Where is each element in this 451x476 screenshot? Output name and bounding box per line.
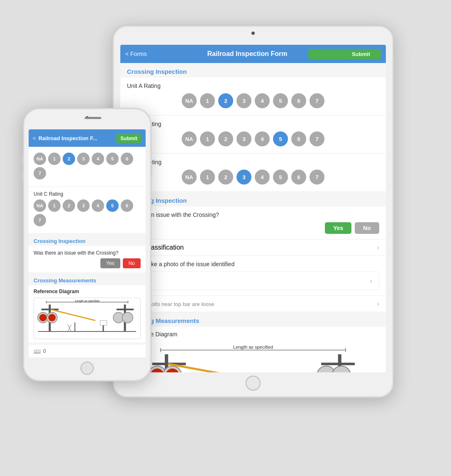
tablet-navbar: < Forms Railroad Inspection Form Submit bbox=[120, 45, 386, 63]
phone-rating-4[interactable]: 4 bbox=[92, 153, 104, 165]
phone-c-rating-na[interactable]: NA bbox=[34, 199, 46, 212]
tablet-rating-3[interactable]: 3 bbox=[236, 93, 251, 108]
tablet-rating-5[interactable]: 5 bbox=[273, 93, 288, 108]
tablet-c-rating-6[interactable]: 6 bbox=[291, 170, 306, 185]
phone-c-rating-5-selected[interactable]: 5 bbox=[106, 199, 119, 212]
phone-rating-na[interactable]: NA bbox=[34, 153, 46, 165]
tablet-unit-c-rating-row: NA 1 2 3 4 5 6 7 bbox=[127, 170, 379, 185]
phone-navbar: < Railroad Inspection F... Submit bbox=[29, 129, 146, 147]
phone-crossing-inspection-header: Crossing Inspection bbox=[29, 234, 146, 246]
tablet-yesno-row: Yes No bbox=[127, 222, 379, 234]
phone-screen: < Railroad Inspection F... Submit NA 1 2… bbox=[29, 129, 146, 357]
tablet-diagram-container: Reference Diagram Length as specified bbox=[120, 327, 386, 372]
phone-c-rating-4[interactable]: 4 bbox=[92, 199, 104, 212]
tablet-rating-1[interactable]: 1 bbox=[200, 93, 215, 108]
phone-diagram-container: Reference Diagram Length as specified bbox=[29, 285, 146, 342]
tablet-b-rating-na[interactable]: NA bbox=[182, 131, 197, 146]
tablet-rating-7[interactable]: 7 bbox=[310, 93, 324, 108]
tablet-diagram-svg: Length as specified bbox=[127, 342, 379, 372]
chevron-icon: › bbox=[377, 244, 379, 251]
tablet-photo-row[interactable]: 🖼 › bbox=[127, 272, 379, 290]
tablet-rating-2-selected[interactable]: 2 bbox=[218, 93, 233, 108]
tablet-b-rating-1[interactable]: 1 bbox=[200, 131, 215, 146]
photo-chevron-icon: › bbox=[370, 277, 372, 285]
tablet-section-crossing-issue: Crossing Inspection bbox=[120, 192, 386, 206]
phone-measurements-header: Crossing Measurements bbox=[29, 273, 146, 285]
phone-no-button[interactable]: No bbox=[123, 258, 141, 268]
phone-issue-card: Was there an issue with the Crossing? Ye… bbox=[29, 246, 146, 272]
tablet-c-rating-3-selected[interactable]: 3 bbox=[236, 170, 251, 185]
phone-rating-5[interactable]: 5 bbox=[106, 153, 119, 165]
tablet-b-rating-2[interactable]: 2 bbox=[218, 131, 233, 146]
phone-yesno-row: Yes No bbox=[34, 258, 141, 268]
tablet-b-rating-7[interactable]: 7 bbox=[310, 131, 324, 146]
tablet-classification-row[interactable]: Issue Classification › bbox=[120, 240, 386, 256]
svg-point-26 bbox=[39, 314, 47, 321]
tablet-unit-b-rating-row: NA 1 2 3 4 5 6 7 bbox=[127, 131, 379, 146]
phone-c-rating-2[interactable]: 2 bbox=[63, 199, 75, 212]
tablet-issue-question: Is there an issue with the Crossing? bbox=[127, 211, 379, 218]
phone-unit-c-label: Unit C Rating bbox=[34, 191, 141, 197]
tablet-screen: < Forms Railroad Inspection Form Submit … bbox=[120, 45, 386, 372]
phone-c-rating-1[interactable]: 1 bbox=[48, 199, 61, 212]
tablet-back-button[interactable]: < Forms bbox=[125, 51, 186, 57]
tablet-c-rating-2[interactable]: 2 bbox=[218, 170, 233, 185]
phone-rating-1[interactable]: 1 bbox=[48, 153, 61, 165]
tablet-rating-na[interactable]: NA bbox=[182, 93, 197, 108]
tablet-b-rating-3[interactable]: 3 bbox=[236, 131, 251, 146]
svg-rect-38 bbox=[100, 321, 107, 325]
phone-volume-down-button[interactable] bbox=[22, 170, 24, 181]
tablet-rating-6[interactable]: 6 bbox=[291, 93, 306, 108]
book-icon: 📖 bbox=[34, 348, 41, 355]
tablet-b-rating-6[interactable]: 6 bbox=[291, 131, 306, 146]
tablet-no-button[interactable]: No bbox=[355, 222, 379, 234]
tablet-c-rating-1[interactable]: 1 bbox=[200, 170, 215, 185]
tablet-c-rating-na[interactable]: NA bbox=[182, 170, 197, 185]
phone-c-rating-7[interactable]: 7 bbox=[34, 214, 46, 226]
tablet-unit-a-card: Unit A Rating NA 1 2 3 4 5 6 7 bbox=[120, 78, 386, 115]
tablet-c-rating-7[interactable]: 7 bbox=[310, 170, 324, 185]
phone-unit-c-card: Unit C Rating NA 1 2 3 4 5 6 7 bbox=[29, 187, 146, 233]
tablet-photo-card: Please take a photo of the issue identif… bbox=[120, 256, 386, 295]
svg-rect-30 bbox=[117, 308, 134, 310]
phone-rating-7[interactable]: 7 bbox=[34, 167, 46, 180]
tablet-camera bbox=[251, 32, 255, 35]
phone-rating-3[interactable]: 3 bbox=[77, 153, 90, 165]
tablet-submit-button[interactable]: Submit bbox=[308, 49, 381, 59]
tablet-yes-button[interactable]: Yes bbox=[325, 222, 351, 234]
tablet-unit-a-rating-row: NA 1 2 3 4 5 6 7 bbox=[127, 93, 379, 108]
phone-c-rating-3[interactable]: 3 bbox=[77, 199, 90, 212]
tablet-unit-c-label: Unit C Rating bbox=[127, 159, 379, 165]
tablet-c-rating-5[interactable]: 5 bbox=[273, 170, 288, 185]
phone-home-button[interactable] bbox=[80, 362, 94, 375]
svg-rect-24 bbox=[41, 308, 59, 310]
phone-submit-button[interactable]: Submit bbox=[116, 134, 141, 142]
tablet-issue-card: Is there an issue with the Crossing? Yes… bbox=[120, 206, 386, 239]
phone-diagram-svg: Length as specified bbox=[34, 298, 140, 339]
tablet-diagram-label: Reference Diagram bbox=[127, 331, 379, 338]
phone-yes-button[interactable]: Yes bbox=[100, 258, 120, 268]
tablet-comments-row[interactable]: crossing bolts near top bar are loose › bbox=[120, 296, 386, 312]
phone-power-button[interactable] bbox=[151, 163, 152, 177]
svg-text:Length as specified: Length as specified bbox=[233, 345, 273, 350]
svg-point-28 bbox=[48, 314, 56, 321]
tablet-rating-4[interactable]: 4 bbox=[255, 93, 270, 108]
tablet-photo-label: Please take a photo of the issue identif… bbox=[127, 261, 379, 267]
phone-volume-up-button[interactable] bbox=[22, 154, 24, 165]
bottom-bar-count: 0 bbox=[43, 348, 46, 354]
tablet-unit-b-label: Unit B Rating bbox=[127, 121, 379, 127]
tablet-b-rating-4[interactable]: 4 bbox=[255, 131, 270, 146]
phone-content: NA 1 2 3 4 5 6 7 Unit C Rating NA bbox=[29, 147, 146, 344]
tablet-b-rating-5-selected[interactable]: 5 bbox=[273, 131, 288, 146]
svg-text:╳: ╳ bbox=[67, 325, 72, 332]
phone-rating-2-selected[interactable]: 2 bbox=[63, 153, 75, 165]
phone-c-rating-6[interactable]: 6 bbox=[121, 199, 133, 212]
phone-bottom-bar: 📖 0 bbox=[29, 344, 146, 357]
tablet-c-rating-4[interactable]: 4 bbox=[255, 170, 270, 185]
phone-diagram-image: Length as specified bbox=[34, 298, 141, 339]
phone-rating-6[interactable]: 6 bbox=[121, 153, 133, 165]
phone-rating-row1: NA 1 2 3 4 5 6 7 bbox=[34, 153, 141, 180]
phone-title: Railroad Inspection F... bbox=[29, 135, 116, 141]
tablet-home-button[interactable] bbox=[246, 376, 261, 391]
tablet-title: Railroad Inspection Form bbox=[186, 50, 308, 58]
